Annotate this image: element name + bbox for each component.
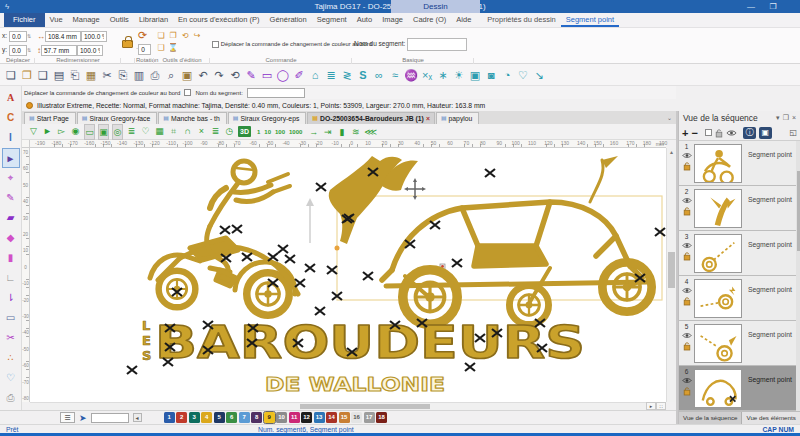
- cut-icon[interactable]: ✂: [100, 65, 114, 85]
- thread-color-chip[interactable]: 1: [164, 412, 175, 423]
- ribbon-tab[interactable]: Segment: [312, 13, 352, 27]
- ribbon-tab[interactable]: Outils: [105, 13, 134, 27]
- zigzag-icon[interactable]: ≷: [340, 65, 354, 85]
- ribbon-tab[interactable]: En cours d'exécution (P): [173, 13, 264, 27]
- eye-icon[interactable]: [682, 332, 692, 339]
- width-pct-input[interactable]: [81, 31, 107, 42]
- papylou[interactable]: ▤ papylou: [436, 112, 479, 124]
- monogram-c-tool[interactable]: C: [2, 108, 20, 128]
- thread-color-chip[interactable]: 5: [214, 412, 225, 423]
- sequence-thumbnail-4[interactable]: [694, 279, 742, 318]
- close-tab-icon[interactable]: ×: [426, 113, 430, 124]
- sequence-thumbnail-6[interactable]: [694, 369, 742, 408]
- copy-icon[interactable]: ⎘: [116, 65, 130, 85]
- expand-panel-icon[interactable]: ◱: [789, 128, 797, 137]
- sequence-item-6[interactable]: 6 Segment point: [679, 366, 800, 411]
- previous-color-button[interactable]: ◂: [133, 413, 142, 422]
- v-scroll-thumb[interactable]: [668, 252, 675, 288]
- color-change-checkbox[interactable]: [212, 41, 219, 48]
- stitch-list-button[interactable]: ☰: [60, 412, 75, 423]
- thread-color-chip[interactable]: 6: [226, 412, 237, 423]
- lock-icon[interactable]: [683, 341, 691, 351]
- tab-proprietes-du-dessin[interactable]: Propriétés du dessin: [482, 13, 560, 27]
- node-edit-icon[interactable]: ✐: [292, 65, 306, 85]
- bar-icon[interactable]: ▮: [336, 125, 347, 139]
- print-preview-icon[interactable]: ⌕: [164, 65, 178, 85]
- eye-icon[interactable]: [682, 287, 692, 294]
- pen-tool[interactable]: ✎: [2, 188, 20, 208]
- archive-icon[interactable]: ▦: [84, 65, 98, 85]
- lock-icon[interactable]: [683, 386, 691, 396]
- thread-color-chip[interactable]: 12: [301, 412, 312, 423]
- thread-color-chip[interactable]: 17: [364, 412, 375, 423]
- thread-color-chip[interactable]: 10: [276, 412, 287, 423]
- pan-button[interactable]: ∷: [656, 402, 666, 410]
- arrow-se-icon[interactable]: ↘: [532, 65, 546, 85]
- ribbon-tab[interactable]: Aide: [451, 13, 476, 27]
- restore-button[interactable]: ❒: [766, 0, 780, 13]
- duplicate-icon[interactable]: ❏: [155, 30, 167, 42]
- thread-color-chip[interactable]: 18: [376, 412, 387, 423]
- columns-icon[interactable]: ≣: [126, 124, 137, 140]
- sequence-scrollbar[interactable]: [796, 141, 800, 411]
- lock-icon[interactable]: [683, 206, 691, 216]
- lock-icon[interactable]: [683, 296, 691, 306]
- view-3d-icon[interactable]: 3D: [238, 126, 251, 137]
- ink-pen-tool[interactable]: ▮: [2, 248, 20, 268]
- panel-float-icon[interactable]: ❒: [783, 114, 789, 122]
- lock-icon[interactable]: [683, 161, 691, 171]
- eye-icon[interactable]: [682, 152, 692, 159]
- play-stitch-button[interactable]: ▸: [646, 402, 656, 410]
- measure-tool[interactable]: ∟: [2, 268, 20, 288]
- star-stitch-icon[interactable]: ∗: [436, 65, 450, 85]
- grid-icon[interactable]: ▦: [154, 124, 165, 140]
- thread-color-chip[interactable]: 9: [264, 412, 275, 423]
- ribbon-tab[interactable]: Manage: [68, 13, 105, 27]
- sequence-thumbnail-2[interactable]: [694, 189, 742, 228]
- thread-color-chip[interactable]: 4: [201, 412, 212, 423]
- undo-icon[interactable]: ↶: [196, 65, 210, 85]
- scroll-up-icon[interactable]: ▴: [670, 149, 673, 155]
- select-alt-icon[interactable]: ▻: [56, 124, 67, 140]
- h-scroll-thumb[interactable]: [300, 404, 430, 409]
- tab-segment-point[interactable]: Segment point: [561, 13, 619, 27]
- lock-icon[interactable]: [683, 251, 691, 261]
- eye-icon[interactable]: [682, 377, 692, 384]
- sequence-item-5[interactable]: 5 Segment point: [679, 321, 800, 366]
- ribbon-tab[interactable]: Génération: [265, 13, 312, 27]
- monitor-2-icon[interactable]: ▣: [98, 124, 109, 140]
- ellipse-tool-icon[interactable]: ◯: [276, 65, 290, 85]
- height-input[interactable]: [41, 45, 77, 56]
- ribbon-tab[interactable]: Librarian: [134, 13, 173, 27]
- heart-tool[interactable]: ♡: [2, 368, 20, 388]
- compass-icon[interactable]: ◷: [224, 124, 235, 140]
- panel-close-icon[interactable]: ×: [792, 114, 796, 122]
- ribbon-tab[interactable]: Vue: [45, 13, 68, 27]
- grid-2-icon[interactable]: ⌗: [168, 124, 179, 140]
- applique-icon[interactable]: ▣: [468, 65, 482, 85]
- corner-arrow-icon[interactable]: ↪: [191, 30, 203, 42]
- shape-tool[interactable]: ▰: [2, 208, 20, 228]
- tab-fichier[interactable]: Fichier: [4, 13, 45, 27]
- satin-column-icon[interactable]: ≣: [324, 65, 338, 85]
- petal-tool[interactable]: ◆: [2, 228, 20, 248]
- Manche bas - th[interactable]: ▤ Manche bas - th: [158, 112, 226, 124]
- link-icon[interactable]: ∞: [372, 65, 386, 85]
- target-icon[interactable]: ◎: [112, 124, 123, 140]
- magnet-icon[interactable]: ∩: [182, 124, 193, 140]
- wave-icon[interactable]: ≈: [388, 65, 402, 85]
- canvas-horizontal-scrollbar[interactable]: [30, 402, 646, 410]
- select-tool[interactable]: ►: [2, 148, 20, 168]
- rotation-input[interactable]: [138, 44, 151, 55]
- stitch-step-button[interactable]: 10: [264, 129, 271, 135]
- rotate-back-icon[interactable]: ⟲: [179, 30, 191, 42]
- sequence-thumbnail-5[interactable]: [694, 324, 742, 363]
- fast-back-icon[interactable]: ⋘: [364, 125, 375, 139]
- y-input[interactable]: [9, 45, 27, 56]
- minimize-button[interactable]: —: [744, 0, 758, 13]
- redo-icon[interactable]: ↷: [212, 65, 226, 85]
- y-spinner[interactable]: ⇅: [27, 47, 31, 53]
- color-change-checkbox-2[interactable]: [184, 89, 191, 96]
- monitor-icon[interactable]: ▭: [84, 124, 95, 140]
- save-icon[interactable]: ▤: [52, 65, 66, 85]
